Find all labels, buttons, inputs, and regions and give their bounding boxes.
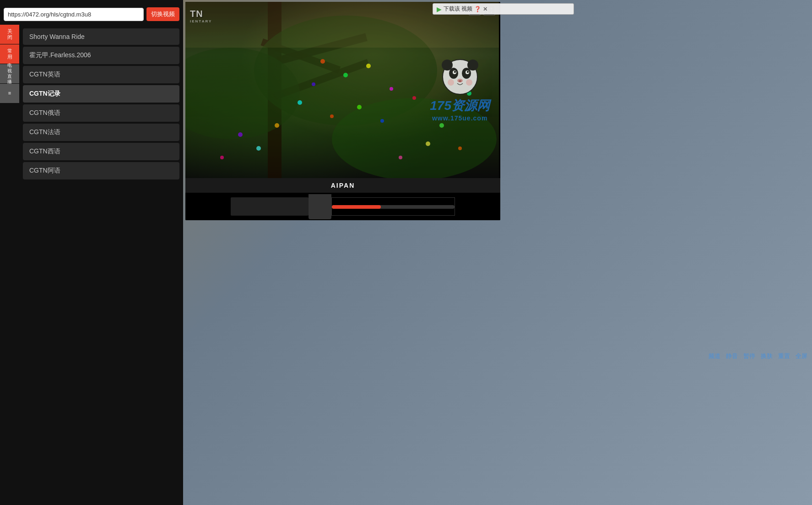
channel-item-cgtn-es[interactable]: CGTN西语 <box>23 143 179 160</box>
svg-point-19 <box>426 141 430 146</box>
watermark-url-text: www.175ue.com <box>432 114 487 122</box>
url-input[interactable] <box>4 8 144 21</box>
player-title-bar: AIPAN <box>185 178 500 193</box>
channel-item-shorty[interactable]: Shorty Wanna Ride <box>23 28 179 45</box>
svg-point-21 <box>439 123 444 128</box>
cgtn-logo: TN IENTARY <box>190 9 212 23</box>
svg-point-35 <box>467 71 469 73</box>
svg-point-20 <box>399 156 402 159</box>
download-label: 下载该 视频 <box>444 5 472 13</box>
watermark: 175资源网 www.175ue.com <box>430 59 490 122</box>
pause-button[interactable]: 暂停 <box>743 352 755 360</box>
common-nav-button[interactable]: 常用 <box>0 44 19 64</box>
download-play-icon: ▶ <box>437 5 442 13</box>
svg-point-13 <box>330 114 334 118</box>
svg-point-11 <box>390 87 393 91</box>
player-title: AIPAN <box>331 182 355 189</box>
svg-point-12 <box>298 100 302 105</box>
progress-track <box>332 205 455 209</box>
mute-button[interactable]: 静音 <box>726 352 738 360</box>
channel-item-fearless[interactable]: 霍元甲.Fearless.2006 <box>23 47 179 64</box>
bottom-controls: 频道 静音 暂停 换肤 重置 全屏 <box>709 352 807 360</box>
svg-point-10 <box>366 64 371 68</box>
watermark-big-text: 175资源网 <box>430 97 490 114</box>
svg-point-22 <box>458 147 462 150</box>
svg-point-34 <box>454 71 456 73</box>
svg-point-25 <box>238 132 243 137</box>
switch-skin-button[interactable]: 换肤 <box>761 352 773 360</box>
download-close-icon[interactable]: ✕ <box>483 6 487 12</box>
channel-button[interactable]: 频道 <box>709 352 720 360</box>
channel-item-cgtn-ru[interactable]: CGTN俄语 <box>23 104 179 122</box>
svg-point-24 <box>220 156 224 159</box>
svg-point-15 <box>380 119 384 123</box>
svg-point-7 <box>320 59 325 64</box>
stand-center <box>309 194 331 219</box>
progress-fill <box>332 205 381 209</box>
channel-item-cgtn-doc[interactable]: CGTN记录 <box>23 85 179 103</box>
channel-item-cgtn-fr[interactable]: CGTN法语 <box>23 124 179 141</box>
player-stand-area <box>185 193 500 220</box>
svg-point-9 <box>312 82 315 86</box>
svg-point-39 <box>466 79 472 86</box>
svg-point-17 <box>412 96 416 100</box>
progress-bar-area <box>331 197 455 216</box>
list-nav-button[interactable]: ≡ <box>0 84 19 103</box>
video-content: TN IENTARY ⊡ ⛶ <box>185 2 499 178</box>
channel-item-cgtn-en[interactable]: CGTN英语 <box>23 66 179 83</box>
panda-svg <box>442 59 478 95</box>
svg-point-37 <box>459 80 461 82</box>
svg-point-18 <box>256 146 261 151</box>
url-bar-area: 切换视频 <box>0 4 183 25</box>
svg-point-14 <box>357 105 362 109</box>
video-area: TN IENTARY ⊡ ⛶ <box>185 2 499 178</box>
main-content: ▶ 下载该 视频 ❓ ✕ <box>183 0 812 505</box>
reset-button[interactable]: 重置 <box>778 352 790 360</box>
switch-video-button[interactable]: 切换视频 <box>146 7 179 21</box>
svg-point-8 <box>343 73 348 77</box>
download-bar: ▶ 下载该 视频 ❓ ✕ <box>433 3 574 15</box>
close-nav-button[interactable]: 关闭 <box>0 25 19 44</box>
channel-list: Shorty Wanna Ride 霍元甲.Fearless.2006 CGTN… <box>0 25 183 183</box>
player-container: TN IENTARY ⊡ ⛶ <box>185 2 500 220</box>
svg-point-38 <box>448 79 454 86</box>
svg-point-16 <box>275 123 279 128</box>
fullscreen-button[interactable]: 全屏 <box>796 352 807 360</box>
channel-item-cgtn-ar[interactable]: CGTN阿语 <box>23 162 179 179</box>
sidebar: 切换视频 关闭 常用 电视直播 ≡ Shorty Wanna Ride 霍元甲.… <box>0 0 183 505</box>
stand-left <box>231 197 309 216</box>
download-question-icon[interactable]: ❓ <box>474 6 481 12</box>
tv-live-nav-button[interactable]: 电视直播 <box>0 64 19 83</box>
